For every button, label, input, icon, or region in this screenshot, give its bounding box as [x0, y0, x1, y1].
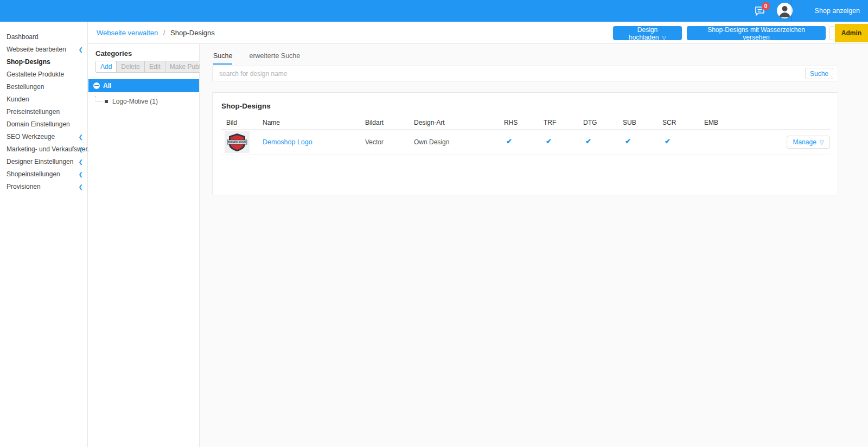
sidebar-item-bestellungen[interactable]: Bestellungen	[0, 81, 87, 93]
sidebar-item-seo-werkzeuge[interactable]: SEO Werkzeuge ❮	[0, 131, 87, 143]
dropdown-arrow-icon: ▽	[820, 139, 824, 145]
tree-node-label: All	[103, 82, 111, 90]
sidebar-item-label: Preiseinstellungen	[7, 108, 60, 116]
sidebar-item-webseite-bearbeiten[interactable]: Webseite bearbeiten ❮	[0, 43, 87, 56]
table-title: Shop-Designs	[221, 102, 271, 110]
sidebar-item-label: Kunden	[7, 95, 29, 103]
column-header-trf: TRF	[544, 119, 556, 126]
search-input[interactable]	[213, 66, 804, 81]
watermark-button[interactable]: Shop-Designs mit Wasserzeichen versehen	[687, 26, 826, 40]
manage-button[interactable]: Manage▽	[787, 136, 830, 149]
check-icon-trf: ✔	[546, 137, 552, 145]
user-avatar[interactable]	[777, 3, 793, 18]
thumbnail-text: DEMOLOGO	[228, 141, 246, 144]
breadcrumb-current: Shop-Designs	[170, 29, 215, 37]
suche-button[interactable]: Suche	[805, 68, 833, 79]
button-label: Manage	[793, 138, 816, 146]
design-thumbnail: DEMOLOGO	[225, 131, 250, 153]
categories-panel: Categories Add Delete Edit Make Public A…	[88, 44, 200, 447]
table-header-rule	[221, 129, 830, 130]
check-icon-dtg: ✔	[585, 137, 591, 145]
dropdown-arrow-icon: ▽	[662, 35, 666, 41]
categories-button-group: Add Delete Edit Make Public	[95, 61, 210, 73]
column-header-name: Name	[263, 119, 280, 126]
sidebar-item-shop-designs[interactable]: Shop-Designs	[0, 56, 87, 68]
tree-bullet-icon	[105, 100, 108, 103]
collapse-minus-icon	[93, 82, 100, 89]
sidebar-item-shopeinstellungen[interactable]: Shopeinstellungen ❮	[0, 168, 87, 181]
sidebar-item-label: Gestaltete Produkte	[7, 71, 64, 78]
categories-title: Categories	[95, 49, 132, 58]
design-hochladen-button[interactable]: Design hochladen▽	[613, 26, 682, 40]
column-header-sub: SUB	[623, 119, 636, 126]
chevron-left-icon: ❮	[79, 131, 83, 143]
sidebar-item-label: Dashboard	[7, 33, 39, 41]
column-header-dtg: DTG	[583, 119, 597, 126]
check-icon-rhs: ✔	[506, 137, 512, 145]
breadcrumb: Webseite verwalten / Shop-Designs	[97, 29, 215, 37]
sidebar: Dashboard Webseite bearbeiten ❮ Shop-Des…	[0, 22, 88, 447]
tree-node-logo-motive[interactable]: Logo-Motive (1)	[88, 96, 199, 107]
sidebar-item-label: SEO Werkzeuge	[7, 133, 55, 141]
breadcrumb-separator: /	[163, 29, 165, 37]
add-category-button[interactable]: Add	[95, 61, 117, 73]
chevron-left-icon: ❮	[79, 143, 83, 156]
sidebar-item-preiseinstellungen[interactable]: Preiseinstellungen	[0, 106, 87, 118]
sidebar-item-marketing[interactable]: Marketing- und Verkaufswer... ❮	[0, 143, 87, 156]
breadcrumb-link[interactable]: Webseite verwalten	[97, 29, 158, 37]
table-row-rule	[221, 155, 830, 155]
sidebar-item-label: Shopeinstellungen	[7, 170, 60, 178]
chevron-left-icon: ❮	[79, 181, 83, 193]
tree-node-label: Logo-Motive (1)	[112, 98, 158, 105]
sidebar-item-kunden[interactable]: Kunden	[0, 93, 87, 106]
shop-anzeigen-button[interactable]: Shop anzeigen	[815, 0, 860, 22]
sidebar-item-dashboard[interactable]: Dashboard	[0, 31, 87, 43]
chevron-left-icon: ❮	[79, 156, 83, 168]
column-header-scr: SCR	[662, 119, 676, 126]
column-header-bildart: Bildart	[365, 119, 384, 126]
chevron-left-icon: ❮	[79, 168, 83, 181]
tab-suche[interactable]: Suche	[213, 52, 232, 65]
column-header-design-art: Design-Art	[414, 119, 445, 126]
admin-button[interactable]: Admin	[835, 24, 868, 42]
check-icon-sub: ✔	[625, 137, 631, 145]
sidebar-item-gestaltete-produkte[interactable]: Gestaltete Produkte	[0, 68, 87, 81]
sidebar-item-designer-einstellungen[interactable]: Designer Einstellungen ❮	[0, 156, 87, 168]
page: 0 Shop anzeigen Dashboard Webseite bearb…	[0, 0, 868, 447]
column-header-bild: Bild	[226, 119, 237, 126]
sidebar-item-provisionen[interactable]: Provisionen ❮	[0, 181, 87, 193]
column-header-rhs: RHS	[504, 119, 518, 126]
topbar-divider	[792, 0, 792, 22]
button-label: Shop-Designs mit Wasserzeichen versehen	[707, 26, 805, 41]
cell-bildart: Vector	[365, 138, 384, 146]
sidebar-item-label: Designer Einstellungen	[7, 158, 73, 165]
design-name-link[interactable]: Demoshop Logo	[263, 138, 312, 146]
cell-design-art: Own Design	[414, 138, 449, 146]
sidebar-item-domain-einstellungen[interactable]: Domain Einstellungen	[0, 118, 87, 131]
check-icon-scr: ✔	[665, 137, 671, 145]
search-tabs: Suche erweiterte Suche	[213, 52, 317, 65]
sidebar-item-label: Webseite bearbeiten	[7, 46, 66, 53]
tree-connector	[95, 96, 103, 101]
sidebar-item-label: Domain Einstellungen	[7, 120, 70, 128]
search-bar: Suche	[212, 66, 838, 81]
button-label: Design hochladen	[629, 26, 659, 41]
sidebar-item-label: Shop-Designs	[7, 58, 50, 66]
delete-category-button[interactable]: Delete	[116, 61, 145, 73]
tab-erweiterte-suche[interactable]: erweiterte Suche	[249, 52, 300, 65]
shop-designs-card: Shop-Designs Bild Name Bildart Design-Ar…	[212, 92, 838, 195]
column-header-emb: EMB	[704, 119, 718, 126]
topbar: 0 Shop anzeigen	[0, 0, 868, 22]
edit-category-button[interactable]: Edit	[144, 61, 165, 73]
notification-badge: 0	[762, 2, 770, 10]
tree-node-all[interactable]: All	[88, 79, 199, 92]
sidebar-item-label: Bestellungen	[7, 83, 44, 91]
chevron-left-icon: ❮	[79, 43, 83, 56]
sidebar-item-label: Provisionen	[7, 183, 41, 190]
